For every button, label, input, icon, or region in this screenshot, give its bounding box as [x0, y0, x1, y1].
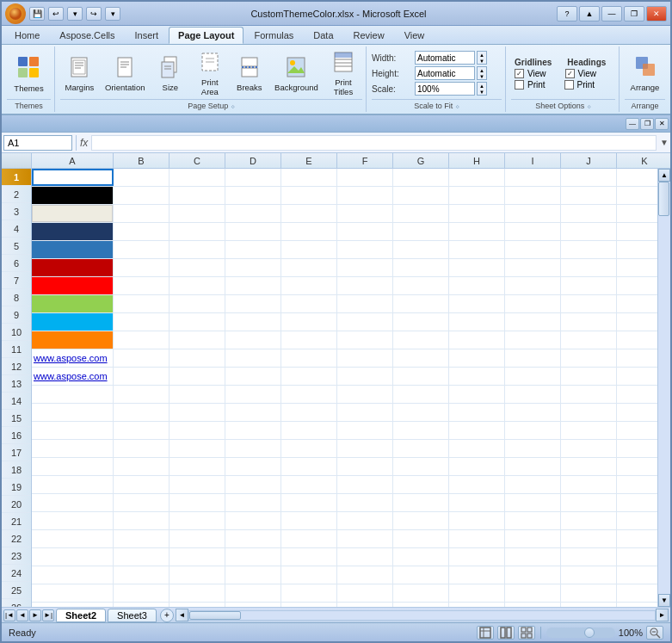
- cell-J14[interactable]: [561, 404, 617, 421]
- cell-C10[interactable]: [170, 331, 225, 349]
- insert-sheet-btn[interactable]: +: [160, 609, 174, 622]
- cell-E7[interactable]: [281, 277, 337, 294]
- cell-H21[interactable]: [449, 530, 505, 547]
- cell-I14[interactable]: [505, 404, 561, 421]
- cell-E13[interactable]: [281, 386, 337, 403]
- cell-B22[interactable]: [114, 548, 170, 566]
- cell-B23[interactable]: [114, 566, 170, 584]
- cell-H4[interactable]: [449, 223, 505, 240]
- cell-A8[interactable]: [32, 295, 114, 312]
- cell-A22[interactable]: [32, 548, 114, 566]
- cell-H20[interactable]: [449, 512, 505, 529]
- cell-I4[interactable]: [505, 223, 561, 240]
- cell-I3[interactable]: [505, 205, 561, 222]
- cell-C25[interactable]: [170, 603, 225, 607]
- cell-G5[interactable]: [393, 241, 449, 258]
- cell-E6[interactable]: [281, 259, 337, 276]
- cell-C4[interactable]: [170, 223, 225, 240]
- cell-D2[interactable]: [225, 187, 281, 204]
- cell-J4[interactable]: [561, 223, 617, 240]
- row-header-12[interactable]: 12: [2, 358, 31, 375]
- tab-data[interactable]: Data: [304, 27, 342, 44]
- cell-B19[interactable]: [114, 494, 170, 511]
- cell-A6[interactable]: [32, 259, 114, 276]
- page-break-view-btn[interactable]: [518, 626, 535, 640]
- cell-J6[interactable]: [561, 259, 617, 276]
- zoom-thumb[interactable]: [584, 628, 595, 638]
- cell-D16[interactable]: [225, 440, 281, 457]
- cell-A3[interactable]: [32, 205, 114, 222]
- cell-F11[interactable]: [337, 349, 393, 367]
- cell-C23[interactable]: [170, 566, 225, 584]
- col-header-i[interactable]: I: [505, 153, 561, 168]
- cell-A15[interactable]: [32, 422, 114, 439]
- cell-K2[interactable]: [617, 187, 657, 204]
- cell-K12[interactable]: [617, 368, 657, 385]
- cell-H12[interactable]: [449, 368, 505, 385]
- inner-min-btn[interactable]: —: [626, 118, 639, 130]
- undo-arrow-btn[interactable]: ▾: [67, 7, 83, 21]
- cell-B1[interactable]: [114, 169, 170, 186]
- cell-I13[interactable]: [505, 386, 561, 403]
- cell-K11[interactable]: [617, 349, 657, 367]
- cell-G20[interactable]: [393, 512, 449, 529]
- cell-C6[interactable]: [170, 259, 225, 276]
- cell-H16[interactable]: [449, 440, 505, 457]
- sheet-options-expand[interactable]: ⬦: [587, 102, 591, 110]
- cell-D8[interactable]: [225, 295, 281, 312]
- cell-C16[interactable]: [170, 440, 225, 457]
- cell-B8[interactable]: [114, 295, 170, 312]
- cell-I11[interactable]: [505, 349, 561, 367]
- cell-F18[interactable]: [337, 476, 393, 493]
- cell-F3[interactable]: [337, 205, 393, 222]
- scroll-track[interactable]: [658, 182, 670, 594]
- cell-G11[interactable]: [393, 349, 449, 367]
- gridlines-print-check[interactable]: [515, 80, 524, 90]
- cell-B16[interactable]: [114, 440, 170, 457]
- redo-qat-btn[interactable]: ↪: [86, 7, 102, 21]
- cell-D15[interactable]: [225, 422, 281, 439]
- cell-E12[interactable]: [281, 368, 337, 385]
- cell-A2[interactable]: [32, 187, 114, 204]
- cell-A4[interactable]: [32, 223, 114, 240]
- cell-D1[interactable]: [225, 169, 281, 186]
- cell-E4[interactable]: [281, 223, 337, 240]
- cell-E3[interactable]: [281, 205, 337, 222]
- formula-expand-btn[interactable]: ▼: [660, 138, 669, 147]
- scroll-thumb[interactable]: [658, 182, 669, 216]
- tab-aspose[interactable]: Aspose.Cells: [50, 27, 124, 44]
- cell-D20[interactable]: [225, 512, 281, 529]
- cell-K19[interactable]: [617, 494, 657, 511]
- height-select[interactable]: [415, 66, 475, 80]
- cell-E1[interactable]: [281, 169, 337, 186]
- cell-G6[interactable]: [393, 259, 449, 276]
- cell-D6[interactable]: [225, 259, 281, 276]
- tab-formulas[interactable]: Formulas: [244, 27, 303, 44]
- cell-G22[interactable]: [393, 548, 449, 566]
- tab-review[interactable]: Review: [344, 27, 394, 44]
- cell-F8[interactable]: [337, 295, 393, 312]
- cell-H1[interactable]: [449, 169, 505, 186]
- cell-K14[interactable]: [617, 404, 657, 421]
- tab-prev-btn[interactable]: ◄: [16, 609, 28, 621]
- cell-G13[interactable]: [393, 386, 449, 403]
- cell-C8[interactable]: [170, 295, 225, 312]
- cell-C13[interactable]: [170, 386, 225, 403]
- cell-J8[interactable]: [561, 295, 617, 312]
- row-header-6[interactable]: 6: [2, 255, 31, 272]
- cell-H8[interactable]: [449, 295, 505, 312]
- cell-E10[interactable]: [281, 331, 337, 349]
- row-header-26[interactable]: 26: [2, 599, 31, 607]
- print-titles-btn[interactable]: PrintTitles: [324, 50, 362, 98]
- cell-I19[interactable]: [505, 494, 561, 511]
- cell-A13[interactable]: [32, 386, 114, 403]
- cell-D19[interactable]: [225, 494, 281, 511]
- cell-H10[interactable]: [449, 331, 505, 349]
- cell-I7[interactable]: [505, 277, 561, 294]
- cell-C9[interactable]: [170, 313, 225, 331]
- cell-A12[interactable]: www.aspose.com: [32, 368, 114, 385]
- cell-I9[interactable]: [505, 313, 561, 331]
- cell-I10[interactable]: [505, 331, 561, 349]
- h-scroll-track[interactable]: [188, 610, 656, 621]
- cell-H11[interactable]: [449, 349, 505, 367]
